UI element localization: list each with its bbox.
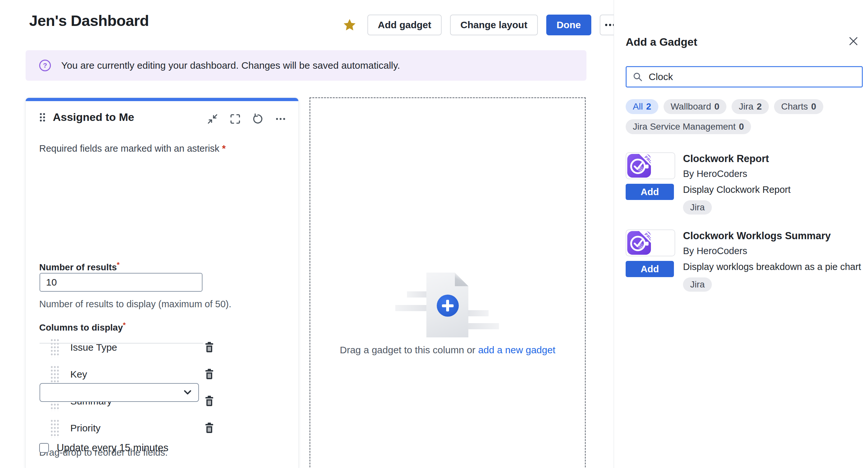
drop-zone-text: Drag a gadget to this column or add a ne… [310,345,585,355]
column-row[interactable]: Issue Type [39,334,217,361]
dashboard-edit-page: Jen's Dashboard Add gadget Change layout… [0,0,868,468]
label-text: Number of results [39,262,117,272]
speed-line [407,291,427,297]
chip-label: Wallboard [671,101,711,112]
column-label: Priority [70,422,205,434]
gadget-description: Display worklogs breakdown as a pie char… [683,262,863,272]
gadget-author: By HeroCoders [683,169,863,179]
banner-text: You are currently editing your dashboard… [61,60,400,71]
required-asterisk: * [222,143,225,154]
header-actions: Add gadget Change layout Done [342,14,620,35]
document-fold [455,272,468,286]
gadget-search-box [626,66,863,88]
chevron-down-icon [183,389,192,396]
drop-zone-text-before: Drag a gadget to this column or [340,345,478,355]
speed-line [395,305,427,311]
done-button[interactable]: Done [546,14,591,35]
gadget-icon-box: PRO [626,230,675,256]
list-divider [39,343,203,344]
favorite-star-icon[interactable] [342,18,357,32]
trash-icon[interactable] [205,396,214,407]
filter-chip-jira[interactable]: Jira2 [732,99,769,114]
trash-icon[interactable] [205,422,214,434]
columns-to-display-label: Columns to display* [39,321,126,333]
clockwork-app-icon: PRO [627,231,651,255]
column-label: Key [70,369,205,380]
add-new-gadget-link[interactable]: add a new gadget [478,345,556,355]
gadget-card-clockwork-report: PRO Add Clockwork Report By HeroCoders D… [626,152,863,214]
gadget-more-icon[interactable] [274,113,287,125]
gadget-drop-zone[interactable]: Drag a gadget to this column or add a ne… [309,97,586,468]
gadget-icon-box: PRO [626,152,675,179]
filter-chip-jira-service-management[interactable]: Jira Service Management0 [626,119,751,134]
sidebar-title: Add a Gadget [626,36,697,48]
question-icon: ? [38,59,52,72]
chip-label: All [633,101,643,112]
row-drag-handle-icon[interactable] [50,364,59,384]
number-of-results-label: Number of results* [39,261,120,272]
gadget-title: Assigned to Me [53,111,134,123]
chip-label: Jira [739,101,753,112]
number-of-results-helper: Number of results to display (maximum of… [39,299,231,310]
speed-line [468,323,499,329]
drag-handle-icon[interactable] [39,112,46,122]
trash-icon[interactable] [205,369,214,380]
add-columns-select[interactable] [39,383,199,402]
filter-chip-wallboard[interactable]: Wallboard0 [663,99,727,114]
add-clockwork-worklogs-summary-button[interactable]: Add [626,261,674,277]
chip-label: Jira Service Management [633,121,736,132]
close-icon[interactable] [846,34,861,49]
auto-refresh-row: Update every 15 minutes [39,442,168,454]
column-row[interactable]: Priority [39,414,217,441]
auto-refresh-checkbox[interactable] [39,443,49,453]
plus-circle-icon [437,295,459,317]
chip-count: 0 [739,121,744,132]
label-text: Columns to display [39,322,123,332]
gadget-name: Clockwork Report [683,153,863,165]
panel-header: Assigned to Me [39,111,134,123]
assigned-to-me-gadget-panel: Assigned to Me [26,98,299,468]
chip-count: 2 [646,101,651,112]
chip-count: 2 [756,101,762,112]
add-gadget-button[interactable]: Add gadget [367,14,442,35]
gadget-name: Clockwork Worklogs Summary [683,230,863,242]
panel-accent-bar [26,98,299,101]
panel-toolbar [207,113,287,125]
clockwork-app-icon: PRO [627,154,651,178]
row-drag-handle-icon[interactable] [50,338,59,357]
gadget-author: By HeroCoders [683,246,863,256]
row-drag-handle-icon[interactable] [50,418,59,438]
chip-label: Charts [781,101,808,112]
refresh-icon[interactable] [252,113,264,125]
filter-chip-all[interactable]: All2 [626,99,658,114]
change-layout-button[interactable]: Change layout [450,14,538,35]
filter-chip-charts[interactable]: Charts0 [774,99,823,114]
gadget-filter-chips: All2 Wallboard0 Jira2 Charts0 Jira Servi… [626,99,856,134]
number-of-results-input[interactable] [39,273,203,292]
svg-text:?: ? [43,62,47,69]
page-title: Jen's Dashboard [29,12,149,29]
required-note: Required fields are marked with an aster… [39,143,225,154]
collapse-icon[interactable] [207,113,219,125]
trash-icon[interactable] [205,342,214,353]
speed-line [468,310,489,316]
required-asterisk: * [117,261,120,269]
gadget-tag-jira: Jira [683,200,712,214]
auto-refresh-checkbox-label: Update every 15 minutes [57,442,168,454]
editing-banner: ? You are currently editing your dashboa… [26,50,586,81]
chip-count: 0 [714,101,720,112]
chip-count: 0 [811,101,816,112]
add-gadget-sidebar: Add a Gadget All2 Wallboard0 Jira2 Chart… [614,0,868,468]
add-gadget-illustration [393,271,503,339]
gadget-search-input[interactable] [648,71,856,83]
maximize-icon[interactable] [229,113,241,125]
gadget-tag-jira: Jira [683,277,712,292]
gadget-card-clockwork-worklogs-summary: PRO Add Clockwork Worklogs Summary By He… [626,230,863,292]
add-clockwork-report-button[interactable]: Add [626,184,674,200]
required-asterisk: * [123,321,126,329]
required-note-text: Required fields are marked with an aster… [39,143,219,154]
gadget-description: Display Clockwork Report [683,184,863,195]
search-icon [632,71,643,82]
